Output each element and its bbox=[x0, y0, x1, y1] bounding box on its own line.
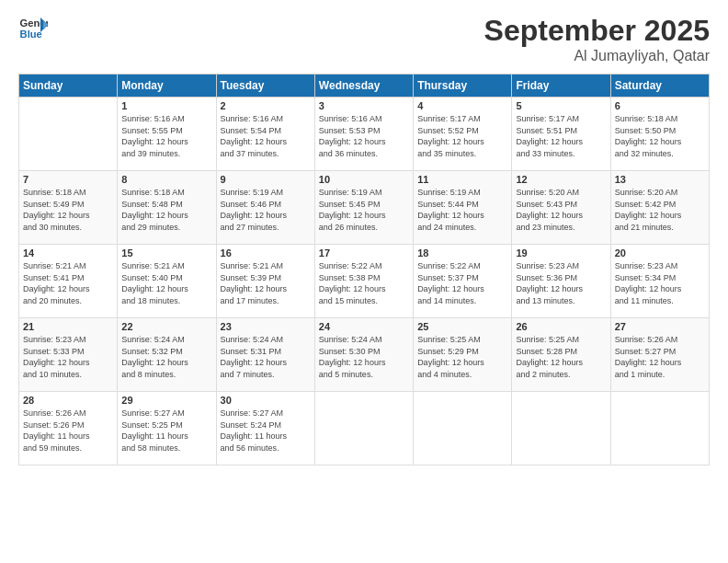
day-number: 2 bbox=[221, 100, 311, 111]
calendar-cell: 27Sunrise: 5:26 AM Sunset: 5:27 PM Dayli… bbox=[610, 318, 709, 392]
day-number: 16 bbox=[221, 247, 311, 259]
day-info: Sunrise: 5:27 AM Sunset: 5:24 PM Dayligh… bbox=[221, 408, 311, 454]
day-number: 4 bbox=[417, 100, 507, 111]
calendar-cell: 23Sunrise: 5:24 AM Sunset: 5:31 PM Dayli… bbox=[216, 318, 314, 392]
day-info: Sunrise: 5:23 AM Sunset: 5:34 PM Dayligh… bbox=[615, 260, 705, 306]
day-number: 30 bbox=[221, 395, 311, 406]
day-info: Sunrise: 5:22 AM Sunset: 5:37 PM Dayligh… bbox=[417, 260, 507, 306]
day-number: 21 bbox=[23, 321, 113, 332]
day-number: 13 bbox=[615, 174, 705, 185]
day-number: 20 bbox=[615, 247, 705, 259]
day-info: Sunrise: 5:23 AM Sunset: 5:36 PM Dayligh… bbox=[516, 260, 606, 306]
calendar-cell: 18Sunrise: 5:22 AM Sunset: 5:37 PM Dayli… bbox=[414, 245, 512, 318]
day-info: Sunrise: 5:16 AM Sunset: 5:55 PM Dayligh… bbox=[121, 113, 211, 159]
day-number: 22 bbox=[121, 321, 211, 332]
calendar-week-row: 28Sunrise: 5:26 AM Sunset: 5:26 PM Dayli… bbox=[19, 392, 710, 465]
day-info: Sunrise: 5:19 AM Sunset: 5:44 PM Dayligh… bbox=[417, 187, 507, 233]
day-number: 6 bbox=[615, 100, 705, 111]
calendar-cell bbox=[512, 392, 610, 465]
day-info: Sunrise: 5:19 AM Sunset: 5:45 PM Dayligh… bbox=[319, 187, 409, 233]
calendar-body: 1Sunrise: 5:16 AM Sunset: 5:55 PM Daylig… bbox=[19, 98, 710, 465]
day-number: 9 bbox=[221, 174, 311, 185]
day-info: Sunrise: 5:21 AM Sunset: 5:41 PM Dayligh… bbox=[23, 260, 113, 306]
day-header-wednesday: Wednesday bbox=[314, 75, 413, 98]
day-info: Sunrise: 5:25 AM Sunset: 5:28 PM Dayligh… bbox=[516, 334, 606, 380]
day-info: Sunrise: 5:16 AM Sunset: 5:53 PM Dayligh… bbox=[319, 113, 409, 159]
day-info: Sunrise: 5:27 AM Sunset: 5:25 PM Dayligh… bbox=[121, 408, 211, 454]
day-number: 7 bbox=[23, 174, 113, 185]
day-number: 19 bbox=[516, 247, 606, 259]
calendar-cell: 21Sunrise: 5:23 AM Sunset: 5:33 PM Dayli… bbox=[19, 318, 118, 392]
calendar-cell: 5Sunrise: 5:17 AM Sunset: 5:51 PM Daylig… bbox=[512, 98, 610, 171]
day-number: 28 bbox=[23, 395, 113, 406]
logo: General Blue bbox=[18, 14, 51, 43]
day-number: 27 bbox=[615, 321, 705, 332]
day-number: 17 bbox=[319, 247, 409, 259]
day-number: 12 bbox=[516, 174, 606, 185]
calendar-cell: 1Sunrise: 5:16 AM Sunset: 5:55 PM Daylig… bbox=[118, 98, 216, 171]
calendar-cell bbox=[314, 392, 413, 465]
calendar-week-row: 1Sunrise: 5:16 AM Sunset: 5:55 PM Daylig… bbox=[19, 98, 710, 171]
day-number: 18 bbox=[417, 247, 507, 259]
day-info: Sunrise: 5:24 AM Sunset: 5:30 PM Dayligh… bbox=[319, 334, 409, 380]
day-info: Sunrise: 5:21 AM Sunset: 5:40 PM Dayligh… bbox=[121, 260, 211, 306]
day-info: Sunrise: 5:19 AM Sunset: 5:46 PM Dayligh… bbox=[221, 187, 311, 233]
calendar-cell bbox=[19, 98, 118, 171]
day-info: Sunrise: 5:17 AM Sunset: 5:51 PM Dayligh… bbox=[516, 113, 606, 159]
day-number: 26 bbox=[516, 321, 606, 332]
calendar-cell bbox=[610, 392, 709, 465]
calendar-cell: 20Sunrise: 5:23 AM Sunset: 5:34 PM Dayli… bbox=[610, 245, 709, 318]
calendar-cell: 3Sunrise: 5:16 AM Sunset: 5:53 PM Daylig… bbox=[314, 98, 413, 171]
calendar-cell: 17Sunrise: 5:22 AM Sunset: 5:38 PM Dayli… bbox=[314, 245, 413, 318]
day-info: Sunrise: 5:18 AM Sunset: 5:48 PM Dayligh… bbox=[121, 187, 211, 233]
day-number: 23 bbox=[221, 321, 311, 332]
day-number: 24 bbox=[319, 321, 409, 332]
calendar-cell: 26Sunrise: 5:25 AM Sunset: 5:28 PM Dayli… bbox=[512, 318, 610, 392]
calendar-cell: 28Sunrise: 5:26 AM Sunset: 5:26 PM Dayli… bbox=[19, 392, 118, 465]
day-info: Sunrise: 5:21 AM Sunset: 5:39 PM Dayligh… bbox=[221, 260, 311, 306]
page: General Blue September 2025 Al Jumayliya… bbox=[0, 0, 728, 563]
location: Al Jumayliyah, Qatar bbox=[484, 48, 710, 64]
month-title: September 2025 bbox=[484, 14, 710, 48]
calendar-cell: 25Sunrise: 5:25 AM Sunset: 5:29 PM Dayli… bbox=[414, 318, 512, 392]
day-number: 10 bbox=[319, 174, 409, 185]
day-info: Sunrise: 5:25 AM Sunset: 5:29 PM Dayligh… bbox=[417, 334, 507, 380]
day-info: Sunrise: 5:16 AM Sunset: 5:54 PM Dayligh… bbox=[221, 113, 311, 159]
calendar-week-row: 21Sunrise: 5:23 AM Sunset: 5:33 PM Dayli… bbox=[19, 318, 710, 392]
day-header-friday: Friday bbox=[512, 75, 610, 98]
day-info: Sunrise: 5:22 AM Sunset: 5:38 PM Dayligh… bbox=[319, 260, 409, 306]
calendar-cell: 4Sunrise: 5:17 AM Sunset: 5:52 PM Daylig… bbox=[414, 98, 512, 171]
calendar-cell: 8Sunrise: 5:18 AM Sunset: 5:48 PM Daylig… bbox=[118, 171, 216, 245]
day-number: 1 bbox=[121, 100, 211, 111]
day-info: Sunrise: 5:26 AM Sunset: 5:27 PM Dayligh… bbox=[615, 334, 705, 380]
header: General Blue September 2025 Al Jumayliya… bbox=[18, 14, 710, 64]
day-info: Sunrise: 5:24 AM Sunset: 5:31 PM Dayligh… bbox=[221, 334, 311, 380]
calendar-cell: 13Sunrise: 5:20 AM Sunset: 5:42 PM Dayli… bbox=[610, 171, 709, 245]
calendar-cell: 10Sunrise: 5:19 AM Sunset: 5:45 PM Dayli… bbox=[314, 171, 413, 245]
day-header-tuesday: Tuesday bbox=[216, 75, 314, 98]
calendar-cell: 9Sunrise: 5:19 AM Sunset: 5:46 PM Daylig… bbox=[216, 171, 314, 245]
calendar-cell: 19Sunrise: 5:23 AM Sunset: 5:36 PM Dayli… bbox=[512, 245, 610, 318]
calendar-cell: 29Sunrise: 5:27 AM Sunset: 5:25 PM Dayli… bbox=[118, 392, 216, 465]
day-info: Sunrise: 5:18 AM Sunset: 5:50 PM Dayligh… bbox=[615, 113, 705, 159]
svg-text:Blue: Blue bbox=[20, 29, 42, 40]
calendar-week-row: 7Sunrise: 5:18 AM Sunset: 5:49 PM Daylig… bbox=[19, 171, 710, 245]
day-header-thursday: Thursday bbox=[414, 75, 512, 98]
calendar-cell: 7Sunrise: 5:18 AM Sunset: 5:49 PM Daylig… bbox=[19, 171, 118, 245]
day-header-monday: Monday bbox=[118, 75, 216, 98]
logo-icon: General Blue bbox=[18, 14, 48, 43]
day-info: Sunrise: 5:24 AM Sunset: 5:32 PM Dayligh… bbox=[121, 334, 211, 380]
calendar-cell: 6Sunrise: 5:18 AM Sunset: 5:50 PM Daylig… bbox=[610, 98, 709, 171]
day-number: 15 bbox=[121, 247, 211, 259]
day-info: Sunrise: 5:17 AM Sunset: 5:52 PM Dayligh… bbox=[417, 113, 507, 159]
calendar-cell: 16Sunrise: 5:21 AM Sunset: 5:39 PM Dayli… bbox=[216, 245, 314, 318]
title-block: September 2025 Al Jumayliyah, Qatar bbox=[484, 14, 710, 64]
calendar-cell: 22Sunrise: 5:24 AM Sunset: 5:32 PM Dayli… bbox=[118, 318, 216, 392]
day-header-saturday: Saturday bbox=[610, 75, 709, 98]
calendar-cell: 15Sunrise: 5:21 AM Sunset: 5:40 PM Dayli… bbox=[118, 245, 216, 318]
calendar-cell: 12Sunrise: 5:20 AM Sunset: 5:43 PM Dayli… bbox=[512, 171, 610, 245]
calendar-cell bbox=[414, 392, 512, 465]
calendar-cell: 11Sunrise: 5:19 AM Sunset: 5:44 PM Dayli… bbox=[414, 171, 512, 245]
day-info: Sunrise: 5:18 AM Sunset: 5:49 PM Dayligh… bbox=[23, 187, 113, 233]
day-number: 3 bbox=[319, 100, 409, 111]
